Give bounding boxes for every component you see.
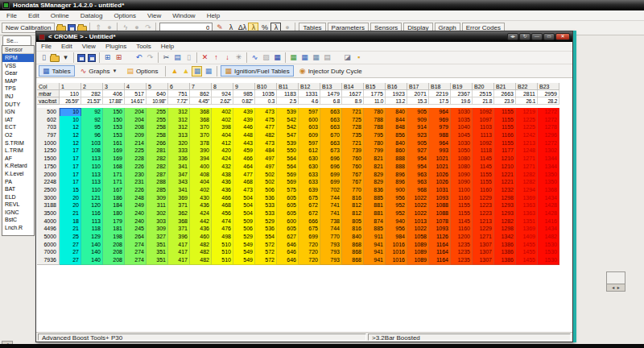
move-up-icon[interactable]: ↑ xyxy=(211,52,221,63)
surface-graph-icon[interactable]: ▨ xyxy=(261,52,271,63)
table-cell[interactable]: 1016 xyxy=(386,256,407,265)
mbar-value-5[interactable]: 640 xyxy=(147,90,168,97)
vacbst-value-B16[interactable]: 13.2 xyxy=(386,97,407,105)
sidebar-item-l-trim[interactable]: L.TRIM xyxy=(2,147,34,155)
sidebar-item-rpm[interactable]: RPM xyxy=(2,54,34,62)
crome-titlebar[interactable]: < CROME > - Untitled* ◂▸↻—▭✕ xyxy=(36,31,572,42)
menu-edit[interactable]: Edit xyxy=(28,12,39,19)
ignition-fuel-tables-button[interactable]: ▦ Ignition/Fuel Tables xyxy=(221,65,293,77)
vacbst-value-5[interactable]: 10.98" xyxy=(147,97,168,105)
menu-view[interactable]: View xyxy=(147,12,161,19)
mbar-value-7[interactable]: 862 xyxy=(190,90,212,97)
close-button[interactable]: ✕ xyxy=(555,33,570,40)
sidebar-item-gear[interactable]: Gear xyxy=(2,69,34,77)
table-cell[interactable]: 27 xyxy=(60,256,81,265)
column-header-9[interactable]: 9 xyxy=(233,83,255,90)
grid-view-icon[interactable]: ▦ xyxy=(272,52,283,63)
clipboard-icon[interactable]: ▯ xyxy=(39,52,49,63)
column-header-1[interactable]: 1 xyxy=(60,83,81,90)
export-table-icon[interactable]: ⊞ xyxy=(114,52,124,63)
sidebar-item-ect[interactable]: ECT xyxy=(2,123,34,131)
table-cell[interactable]: 941 xyxy=(364,256,386,265)
column-header-4[interactable]: 4 xyxy=(125,83,147,90)
titlebar-extra-button-1[interactable]: ◂▸ xyxy=(507,33,518,40)
table-cell[interactable]: 274 xyxy=(125,256,147,265)
table-cell[interactable]: 549 xyxy=(233,256,255,265)
mbar-value-B11[interactable]: 1183 xyxy=(277,90,299,97)
table-cell[interactable]: 140 xyxy=(81,256,103,265)
mbar-value-B13[interactable]: 1479 xyxy=(320,90,342,97)
save-all-icon[interactable] xyxy=(88,54,96,62)
table-cell[interactable]: 1386 xyxy=(494,256,516,265)
vacbst-value-6[interactable]: 7.72" xyxy=(168,97,190,105)
sidebar-item-ignc[interactable]: IGNC xyxy=(2,209,34,217)
crome-menu-file[interactable]: File xyxy=(41,43,52,50)
vacbst-value-B23[interactable]: 28.2 xyxy=(538,97,559,105)
open-file-icon[interactable] xyxy=(50,56,60,62)
tables-button[interactable]: ▦ Tables xyxy=(39,65,75,77)
mbar-value-2[interactable]: 282 xyxy=(81,90,103,97)
vacbst-value-3[interactable]: 17.88" xyxy=(103,97,125,105)
import-table-icon[interactable]: ⊞ xyxy=(102,52,113,63)
column-header-8[interactable]: 8 xyxy=(212,83,233,90)
mbar-value-B23[interactable]: 2959 xyxy=(538,90,559,97)
menu-file[interactable]: File xyxy=(6,12,17,19)
table-edit-icon[interactable]: ▦ xyxy=(299,52,310,63)
vacbst-value-B12[interactable]: 4.6 xyxy=(299,97,320,105)
vacbst-value-B14[interactable]: 8.9 xyxy=(342,97,364,105)
mbar-value-8[interactable]: 924 xyxy=(212,90,233,97)
column-header-B13[interactable]: B13 xyxy=(320,83,342,90)
sidebar-item-map[interactable]: MAP xyxy=(2,77,34,85)
vacbst-value-B15[interactable]: 11.0 xyxy=(364,97,386,105)
undo-icon[interactable]: ↶ xyxy=(134,52,144,63)
save-icon[interactable] xyxy=(77,54,85,62)
table-cell[interactable]: 1235 xyxy=(451,256,473,265)
crome-menu-plugins[interactable]: Plugins xyxy=(105,43,126,50)
table-cell[interactable]: 482 xyxy=(190,256,212,265)
sidebar-item-s-trim[interactable]: S.TRIM xyxy=(2,139,34,147)
move-down-icon[interactable]: ↓ xyxy=(222,52,233,63)
crome-menu-help[interactable]: Help xyxy=(161,43,174,50)
column-header-B21[interactable]: B21 xyxy=(494,83,516,90)
redo-icon[interactable]: ↷ xyxy=(145,52,155,63)
vacbst-value-B17[interactable]: 15.3 xyxy=(407,97,429,105)
column-header-7[interactable]: 7 xyxy=(190,83,212,90)
mbar-value-B10[interactable]: 1035 xyxy=(255,90,277,97)
sidebar-item-inj[interactable]: INJ xyxy=(2,93,34,101)
column-header-B16[interactable]: B16 xyxy=(386,83,407,90)
flame-icon-2[interactable]: ▲ xyxy=(180,66,191,77)
mbar-value-B20[interactable]: 2515 xyxy=(473,90,494,97)
vacbst-value-B22[interactable]: 26.1 xyxy=(516,97,538,105)
column-header-6[interactable]: 6 xyxy=(168,83,190,90)
column-header-2[interactable]: 2 xyxy=(81,83,103,90)
mbar-value-B16[interactable]: 1923 xyxy=(386,90,407,97)
table-cell[interactable]: 868 xyxy=(342,256,364,265)
mbar-value-B18[interactable]: 2219 xyxy=(429,90,451,97)
mbar-value-6[interactable]: 751 xyxy=(168,90,190,97)
delete-icon[interactable]: ✕ xyxy=(200,52,210,63)
open-dropdown-icon[interactable]: ▾ xyxy=(60,52,71,63)
sidebar-item-af[interactable]: AF xyxy=(2,155,34,163)
sidebar-item-iat[interactable]: IAT xyxy=(2,116,34,124)
crome-menu-tools[interactable]: Tools xyxy=(136,43,151,50)
mbar-value-B17[interactable]: 2071 xyxy=(407,90,429,97)
mbar-value-B21[interactable]: 2663 xyxy=(494,90,516,97)
graphs-button[interactable]: ∿ Graphs ▼ xyxy=(76,65,122,77)
vacbst-value-B20[interactable]: 21.8 xyxy=(473,97,494,105)
table-view-icon-1[interactable]: ▦ xyxy=(192,66,202,77)
copy-icon[interactable]: ▤ xyxy=(172,52,183,63)
table-cell[interactable]: 351 xyxy=(147,256,168,265)
table-cell[interactable]: 720 xyxy=(299,256,320,265)
column-header-3[interactable]: 3 xyxy=(103,83,125,90)
titlebar-extra-button-2[interactable]: ↻ xyxy=(519,33,530,40)
vacbst-value-B11[interactable]: 2.5 xyxy=(277,97,299,105)
mbar-value-9[interactable]: 985 xyxy=(233,90,255,97)
table-cell[interactable]: 793 xyxy=(320,256,342,265)
table-cell[interactable]: 572 xyxy=(255,256,277,265)
minimized-window-scrollbar[interactable]: ◄ ► xyxy=(607,284,625,291)
table-cell[interactable]: 208 xyxy=(103,256,125,265)
vacbst-value-1[interactable]: 26.59" xyxy=(60,97,81,105)
sidebar-item-tps[interactable]: TPS xyxy=(2,85,34,93)
mbar-value-B19[interactable]: 2367 xyxy=(451,90,473,97)
column-header-B23[interactable]: B23 xyxy=(538,83,559,90)
